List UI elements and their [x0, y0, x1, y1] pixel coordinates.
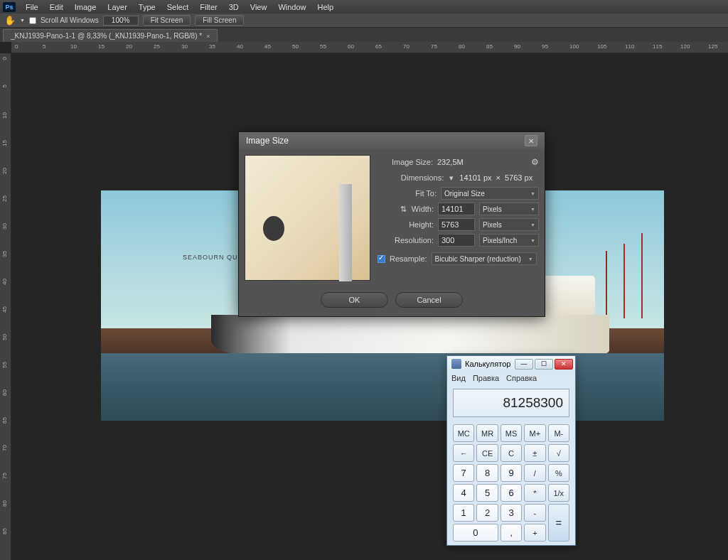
calc-c-button[interactable]: C: [500, 444, 522, 462]
calc-sqrt-button[interactable]: √: [548, 444, 569, 462]
calc-7-button[interactable]: 7: [453, 464, 474, 482]
link-icon[interactable]: ⇅: [400, 205, 407, 214]
height-input[interactable]: [438, 218, 475, 231]
dialog-close-button[interactable]: ✕: [525, 135, 537, 146]
ruler-tick: 15: [1, 140, 8, 146]
calc-6-button[interactable]: 6: [500, 484, 522, 502]
ruler-tick: 70: [1, 445, 8, 451]
calc-mc-button[interactable]: MC: [453, 424, 474, 442]
ruler-tick: 15: [98, 43, 105, 50]
gear-icon[interactable]: ⚙: [531, 157, 539, 167]
ps-logo: Ps: [3, 2, 16, 12]
calc-display: 81258300: [453, 389, 569, 417]
vertical-ruler: 0 5 10 15 20 25 30 35 40 45 50 55 60 65 …: [0, 53, 11, 560]
calc-backspace-button[interactable]: ←: [453, 444, 474, 462]
calc-titlebar[interactable]: Калькулятор — ☐ ✕: [447, 356, 575, 372]
zoom-value[interactable]: 100%: [103, 16, 139, 26]
resample-select[interactable]: Bicubic Sharper (reduction)▼: [432, 252, 537, 265]
calc-reciprocal-button[interactable]: 1/x: [548, 484, 569, 502]
menu-help[interactable]: Help: [312, 3, 340, 11]
ruler-tick: 115: [653, 43, 662, 50]
ruler-tick: 105: [597, 43, 606, 50]
ruler-tick: 0: [15, 43, 18, 50]
document-tab[interactable]: _KNJ1939-Pano-1-1 @ 8,33% (_KNJ1939-Pano…: [3, 29, 218, 42]
options-bar: ✋ ▼ Scroll All Windows 100% Fit Screen F…: [0, 14, 728, 28]
calc-ce-button[interactable]: CE: [476, 444, 498, 462]
menu-select[interactable]: Select: [161, 3, 195, 11]
fill-screen-button[interactable]: Fill Screen: [195, 15, 244, 26]
ruler-tick: 50: [1, 334, 8, 340]
calc-8-button[interactable]: 8: [476, 464, 498, 482]
calc-9-button[interactable]: 9: [500, 464, 522, 482]
menu-type[interactable]: Type: [133, 3, 161, 11]
ruler-tick: 0: [1, 57, 8, 60]
ruler-tick: 80: [459, 43, 465, 50]
dim-height: 5763 px: [505, 173, 539, 182]
dim-width: 14101 px: [459, 173, 491, 182]
calc-minus-button[interactable]: -: [524, 504, 545, 522]
calc-plus-button[interactable]: +: [524, 524, 545, 542]
calc-2-button[interactable]: 2: [476, 504, 498, 522]
dimensions-label: Dimensions:: [401, 173, 444, 182]
calc-mplus-button[interactable]: M+: [524, 424, 545, 442]
menu-image[interactable]: Image: [69, 3, 102, 11]
calc-menu-edit[interactable]: Правка: [473, 374, 499, 382]
width-input[interactable]: [438, 203, 475, 215]
ruler-tick: 45: [264, 43, 271, 50]
menu-file[interactable]: File: [20, 3, 44, 11]
ruler-tick: 5: [1, 85, 8, 87]
height-label: Height:: [409, 220, 434, 229]
calc-mminus-button[interactable]: M-: [548, 424, 569, 442]
calc-0-button[interactable]: 0: [453, 524, 498, 542]
dropdown-icon[interactable]: ▼: [20, 18, 25, 23]
dimensions-dropdown-icon[interactable]: ▾: [448, 173, 455, 183]
calc-menu-view[interactable]: Вид: [451, 374, 466, 382]
document-tabbar: _KNJ1939-Pano-1-1 @ 8,33% (_KNJ1939-Pano…: [0, 28, 728, 42]
width-unit-select[interactable]: Pixels▼: [479, 203, 539, 215]
fitto-select[interactable]: Original Size▼: [441, 187, 539, 200]
calc-divide-button[interactable]: /: [524, 464, 545, 482]
calc-decimal-button[interactable]: ,: [500, 524, 522, 542]
menu-3d[interactable]: 3D: [223, 3, 245, 11]
calc-ms-button[interactable]: MS: [500, 424, 522, 442]
height-unit-select[interactable]: Pixels▼: [479, 218, 539, 231]
image-size-value: 232,5M: [437, 158, 480, 166]
calc-1-button[interactable]: 1: [453, 504, 474, 522]
resolution-unit-select[interactable]: Pixels/Inch▼: [479, 234, 539, 247]
minimize-button[interactable]: —: [515, 359, 533, 370]
menu-window[interactable]: Window: [272, 3, 311, 11]
menu-filter[interactable]: Filter: [194, 3, 223, 11]
menu-edit[interactable]: Edit: [44, 3, 69, 11]
calc-negate-button[interactable]: ±: [524, 444, 545, 462]
menu-layer[interactable]: Layer: [102, 3, 133, 11]
maximize-button[interactable]: ☐: [535, 359, 553, 370]
image-preview: [245, 155, 370, 281]
ok-button[interactable]: OK: [321, 292, 388, 308]
ruler-tick: 60: [348, 43, 354, 50]
resample-checkbox[interactable]: [378, 255, 385, 263]
close-button[interactable]: ✕: [555, 359, 573, 370]
ruler-tick: 120: [680, 43, 690, 50]
calc-keypad: MC MR MS M+ M- ← CE C ± √ 7 8 9 / % 4 5 …: [447, 421, 575, 547]
hand-tool-icon[interactable]: ✋: [4, 15, 16, 26]
calc-percent-button[interactable]: %: [548, 464, 569, 482]
cancel-button[interactable]: Cancel: [395, 292, 463, 308]
menu-view[interactable]: View: [245, 3, 273, 11]
scroll-all-checkbox[interactable]: [29, 17, 36, 24]
calc-menu-help[interactable]: Справка: [506, 374, 537, 382]
close-tab-icon[interactable]: ×: [206, 33, 210, 40]
ruler-tick: 100: [569, 43, 579, 50]
calc-4-button[interactable]: 4: [453, 484, 474, 502]
dialog-titlebar[interactable]: Image Size ✕: [239, 132, 545, 149]
calc-multiply-button[interactable]: *: [524, 484, 545, 502]
calc-mr-button[interactable]: MR: [476, 424, 498, 442]
calc-5-button[interactable]: 5: [476, 484, 498, 502]
calc-equals-button[interactable]: =: [548, 504, 569, 542]
ruler-tick: 75: [431, 43, 437, 50]
calc-3-button[interactable]: 3: [500, 504, 522, 522]
resolution-label: Resolution:: [395, 236, 434, 244]
ruler-tick: 40: [1, 279, 8, 285]
resolution-input[interactable]: [438, 234, 475, 247]
fit-screen-button[interactable]: Fit Screen: [143, 15, 191, 26]
ruler-tick: 65: [1, 417, 8, 424]
